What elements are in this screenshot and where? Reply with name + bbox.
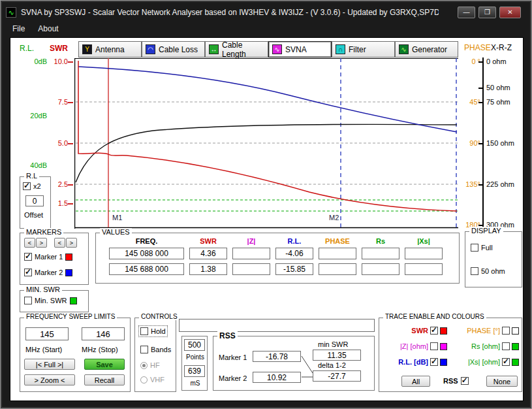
m1-phase-value[interactable] (319, 248, 356, 259)
rl-tick-40db: 40dB (23, 161, 47, 169)
trace-phase-checkbox[interactable] (502, 327, 510, 335)
header-freq: FREQ. (109, 237, 184, 245)
trace-rs-checkbox[interactable] (502, 342, 510, 350)
full-span-button[interactable]: |< Full >| (24, 359, 75, 370)
sweep-chart[interactable]: M1 M2 (74, 58, 458, 229)
all-traces-button[interactable]: All (401, 376, 430, 387)
trace-phase-color[interactable] (512, 327, 519, 335)
marker1-next-button[interactable]: > (36, 238, 47, 248)
x2-checkbox-row[interactable]: x2 (23, 182, 41, 190)
m2-xs-value[interactable] (405, 263, 443, 275)
zoom-button[interactable]: > Zoom < (24, 374, 75, 385)
rss-trace (76, 124, 457, 182)
m2-rl-value[interactable] (275, 263, 313, 275)
trace-rs-color[interactable] (512, 343, 519, 350)
min-swr-color[interactable] (70, 297, 77, 304)
m1-freq-value[interactable] (109, 248, 184, 259)
min-swr-value-label: min SWR (318, 340, 348, 348)
menu-file[interactable]: File (12, 24, 25, 33)
marker2-next-button[interactable]: > (66, 238, 77, 248)
maximize-button[interactable]: ❐ (478, 7, 496, 18)
ohm50-row[interactable]: 50 ohm (471, 267, 505, 275)
marker1-color[interactable] (65, 254, 72, 261)
tab-cable-length[interactable]: Cable Length (205, 41, 268, 57)
m1-swr-value[interactable] (189, 248, 227, 259)
m2-freq-value[interactable] (109, 263, 184, 275)
trace-item-phase: PHASE [°] (451, 326, 519, 335)
marker1-row[interactable]: Marker 1 (24, 253, 72, 261)
delta-value[interactable] (313, 370, 361, 382)
trace-rl-color[interactable] (440, 359, 447, 366)
m1-xs-value[interactable] (405, 248, 443, 259)
marker1-checkbox[interactable] (24, 253, 32, 261)
swr-axis-tick (68, 203, 73, 204)
header-rl: R.L. (275, 237, 313, 245)
trace-swr-checkbox[interactable] (430, 327, 438, 335)
marker2-checkbox[interactable] (24, 269, 32, 276)
markers-legend: MARKERS (24, 228, 63, 236)
save-button[interactable]: Save (84, 359, 125, 370)
trace-z-color[interactable] (440, 343, 447, 350)
close-button[interactable]: ✕ (499, 7, 521, 18)
rss-enable-checkbox[interactable] (461, 377, 469, 385)
hold-row[interactable]: Hold (140, 327, 166, 335)
m2-rs-value[interactable] (362, 263, 399, 275)
m1-z-value[interactable] (232, 248, 270, 259)
trace-panel: TRACE ENABLE AND COLOURS SWR PHASE [°] |… (379, 318, 522, 392)
marker1-prev-button[interactable]: < (24, 238, 35, 248)
full-checkbox[interactable] (471, 244, 478, 252)
m2-swr-value[interactable] (189, 263, 227, 275)
menu-about[interactable]: About (38, 24, 58, 33)
m2-z-value[interactable] (232, 263, 270, 275)
command-input[interactable] (179, 319, 375, 332)
vhf-radio[interactable] (140, 376, 148, 384)
stop-freq-label: MHz (Stop) (82, 346, 118, 353)
points-input[interactable] (184, 339, 205, 351)
start-freq-input[interactable] (25, 327, 69, 340)
swr-axis-title: SWR (50, 44, 68, 53)
hold-checkbox[interactable] (140, 327, 148, 335)
tab-generator[interactable]: Generator (395, 41, 458, 57)
tab-svna[interactable]: SVNA (268, 41, 332, 57)
display-legend: DISPLAY (469, 227, 503, 235)
x2-checkbox[interactable] (23, 182, 31, 190)
trace-swr-color[interactable] (440, 327, 447, 335)
rss-marker1-value[interactable] (253, 351, 301, 362)
trace-xs-checkbox[interactable] (502, 358, 510, 366)
rss-marker2-value[interactable] (253, 372, 301, 383)
tab-cable-loss[interactable]: Cable Loss (142, 41, 205, 57)
marker2-prev-button[interactable]: < (54, 238, 65, 248)
vhf-row[interactable]: VHF (140, 376, 164, 384)
title-bar[interactable]: SVNA by SP3SWJ - Scalar Vector Network A… (6, 5, 526, 20)
mode-tabs: Antenna Cable Loss Cable Length SVNA Fil… (78, 41, 458, 57)
min-swr-value[interactable] (313, 350, 361, 361)
stop-freq-input[interactable] (82, 327, 125, 340)
bands-row[interactable]: Bands (140, 346, 171, 353)
swr-trace (78, 61, 457, 211)
tab-filter[interactable]: Filter (332, 41, 395, 57)
trace-rl-checkbox[interactable] (430, 358, 438, 366)
hf-row[interactable]: HF (140, 361, 160, 369)
min-swr-row[interactable]: Min. SWR (24, 297, 77, 304)
tab-antenna[interactable]: Antenna (78, 41, 142, 57)
header-swr: SWR (189, 237, 227, 245)
m2-phase-value[interactable] (319, 263, 356, 275)
marker2-color[interactable] (65, 269, 72, 276)
m1-rs-value[interactable] (362, 248, 399, 259)
sweep-time-input[interactable] (184, 365, 205, 377)
hf-radio[interactable] (140, 362, 148, 369)
rss-enable-row[interactable]: RSS (443, 377, 469, 385)
minimize-button[interactable]: — (458, 7, 475, 18)
rl-trace (78, 67, 457, 132)
trace-z-checkbox[interactable] (430, 342, 438, 350)
trace-xs-color[interactable] (512, 359, 519, 366)
marker2-row[interactable]: Marker 2 (24, 269, 72, 276)
rl-offset-input[interactable] (25, 195, 44, 206)
recall-button[interactable]: Recall (84, 374, 125, 385)
m1-rl-value[interactable] (275, 248, 313, 259)
no-traces-button[interactable]: None (486, 376, 518, 387)
full-row[interactable]: Full (471, 244, 493, 252)
bands-checkbox[interactable] (140, 346, 148, 353)
ohm50-checkbox[interactable] (471, 267, 478, 275)
min-swr-checkbox[interactable] (24, 297, 32, 304)
